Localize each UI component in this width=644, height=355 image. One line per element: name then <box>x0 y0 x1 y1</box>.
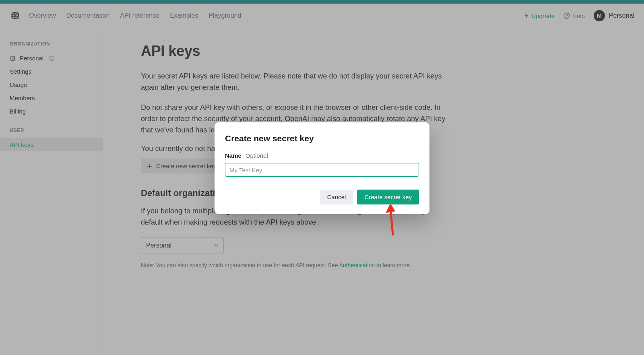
name-field-label: Name <box>225 152 242 159</box>
modal-overlay[interactable]: Create new secret key Name Optional Canc… <box>0 0 644 355</box>
name-field-label-row: Name Optional <box>225 152 419 159</box>
create-secret-key-modal: Create new secret key Name Optional Canc… <box>215 122 429 214</box>
create-secret-key-button[interactable]: Create secret key <box>357 190 419 204</box>
name-field-hint: Optional <box>246 152 268 159</box>
modal-actions: Cancel Create secret key <box>225 190 419 204</box>
modal-title: Create new secret key <box>225 134 419 143</box>
secret-key-name-input[interactable] <box>225 163 419 177</box>
cancel-button[interactable]: Cancel <box>320 190 353 204</box>
